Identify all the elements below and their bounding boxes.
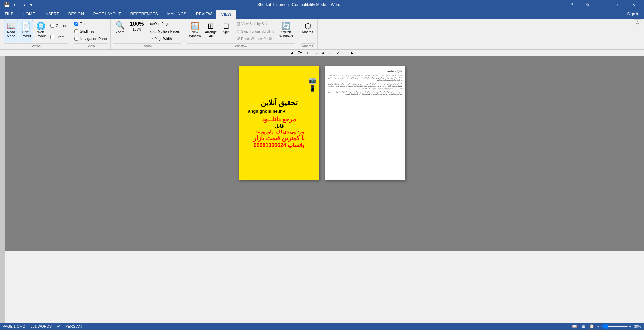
switch-windows-button[interactable]: 🔄 SwitchWindows xyxy=(278,20,295,42)
group-views-label: Views xyxy=(4,43,68,48)
split-icon: ⊟ xyxy=(223,22,229,30)
page2-para-3: شرکت تضامنی شرکتی است که دو یا چند نفر آ… xyxy=(328,91,402,95)
tab-page-layout[interactable]: PAGE LAYOUT xyxy=(89,9,126,19)
zoom-slider-container[interactable]: − + xyxy=(597,324,631,328)
read-mode-icon: 📖 xyxy=(7,22,16,30)
quick-access-toolbar[interactable]: 💾 ↩ ↪ ▾ xyxy=(3,1,34,8)
group-zoom-label: Zoom xyxy=(113,43,182,48)
zoom-in-icon[interactable]: + xyxy=(629,324,631,328)
page-num-5[interactable]: 5 xyxy=(313,51,318,55)
print-layout-button[interactable]: 📄 PrintLayout xyxy=(19,20,33,42)
multiple-pages-button[interactable]: ▭▭ Multiple Pages xyxy=(148,28,182,35)
zoom-out-icon[interactable]: − xyxy=(597,324,599,328)
group-zoom: 🔍 Zoom 100% 100% ▭ One Page ▭▭ Multiple … xyxy=(111,19,185,49)
page-nav-prev[interactable]: ◄ xyxy=(290,51,294,55)
group-show: Ruler Gridlines Navigation Pane Show xyxy=(71,19,111,49)
ad-icons: 📷 📱 xyxy=(309,76,316,92)
group-macros: ⬡ Macros Macros xyxy=(298,19,318,49)
outline-checkbox[interactable]: Outline xyxy=(50,23,68,29)
tab-review[interactable]: REVIEW xyxy=(191,9,216,19)
minimize-button[interactable]: ─ xyxy=(595,0,610,9)
page-width-icon: ↔ xyxy=(150,36,154,41)
ruler-checkbox[interactable]: Ruler xyxy=(74,21,108,27)
instagram-icon: 📷 xyxy=(309,76,316,84)
save-icon[interactable]: 💾 xyxy=(3,1,11,8)
read-view-button[interactable]: 📖 xyxy=(571,323,577,329)
new-window-button[interactable]: 🪟 NewWindow xyxy=(187,20,203,42)
customize-icon[interactable]: ▾ xyxy=(29,1,34,8)
page-num-2[interactable]: 2 xyxy=(335,51,340,55)
split-button[interactable]: ⊟ Split xyxy=(219,20,233,42)
left-margin-indicator xyxy=(0,56,5,251)
reset-window-button[interactable]: ↺ Reset Window Position xyxy=(235,35,277,42)
web-view-button[interactable]: 📋 xyxy=(589,323,595,329)
restore-button[interactable]: ⧉ xyxy=(580,0,595,9)
document-page-1: تحقیق آنلاین Tahghighonline.ir◄ مرجع دان… xyxy=(239,66,319,180)
group-macros-label: Macros xyxy=(301,43,315,48)
tab-mailings[interactable]: MAILINGS xyxy=(163,9,191,19)
maximize-button[interactable]: □ xyxy=(610,0,626,9)
help-icon[interactable]: ? xyxy=(564,0,580,9)
group-window: 🪟 NewWindow ⊞ ArrangeAll ⊟ Split ▥ View … xyxy=(184,19,298,49)
page-num-1[interactable]: 1 xyxy=(343,51,347,55)
ad-phone: 09981366624 واتساپ xyxy=(254,142,305,148)
ad-desc4: با کمترین قیمت بازار xyxy=(253,134,305,142)
page2-content: شرکت تضامنی شرکت تضامنی شرکتی است که تحت… xyxy=(325,66,405,180)
macros-button[interactable]: ⬡ Macros xyxy=(301,20,315,42)
group-views: 📖 ReadMode 📄 PrintLayout 🌐 WebLayout Out… xyxy=(1,19,71,49)
gridlines-checkbox[interactable]: Gridlines xyxy=(74,28,108,34)
page-nav-next[interactable]: ► xyxy=(350,51,354,55)
sync-scrolling-button[interactable]: ⇅ Synchronous Scrolling xyxy=(235,28,277,35)
close-button[interactable]: ✕ xyxy=(626,0,641,9)
draft-checkbox[interactable]: Draft xyxy=(50,34,68,40)
view-side-by-side-button[interactable]: ▥ View Side by Side xyxy=(235,20,277,27)
ribbon-collapse-button[interactable]: △ xyxy=(634,19,641,25)
multiple-pages-icon: ▭▭ xyxy=(150,29,157,34)
ad-title: تحقیق آنلاین xyxy=(261,99,298,107)
document-page-2: شرکت تضامنی شرکت تضامنی شرکتی است که تحت… xyxy=(325,66,405,180)
zoom-slider[interactable] xyxy=(601,326,628,327)
zoom-icon: 🔍 xyxy=(116,21,125,30)
page-width-button[interactable]: ↔ Page Width xyxy=(148,35,182,42)
page-num-4[interactable]: 4 xyxy=(321,51,325,55)
zoom-button[interactable]: 🔍 Zoom xyxy=(113,20,127,42)
tab-home[interactable]: HOME xyxy=(18,9,40,19)
page-nav-bar: ◄ 7▾ 6 5 4 3 2 1 ► xyxy=(0,50,644,56)
tab-insert[interactable]: INSERT xyxy=(40,9,64,19)
ad-url: Tahghighonline.ir◄ xyxy=(242,109,316,114)
one-page-icon: ▭ xyxy=(150,21,154,26)
tab-design[interactable]: DESIGN xyxy=(64,9,89,19)
word-count: 331 WORDS xyxy=(30,324,52,328)
read-mode-button[interactable]: 📖 ReadMode xyxy=(4,20,18,42)
page-num-3[interactable]: 3 xyxy=(328,51,333,55)
window-title: Sherkat-Tazomoni [Compatibility Mode] - … xyxy=(34,2,564,7)
document-area: تحقیق آنلاین Tahghighonline.ir◄ مرجع دان… xyxy=(0,56,644,251)
sign-in-button[interactable]: Sign in xyxy=(622,11,644,17)
tab-references[interactable]: REFERENCES xyxy=(126,9,163,19)
page-num-6[interactable]: 6 xyxy=(306,51,311,55)
zoom-level[interactable]: 30% xyxy=(634,324,641,328)
page-num-7[interactable]: 7▾ xyxy=(297,51,303,55)
page2-para-2: از نظر تاریخی این نوع شرکت سابقه طولانی … xyxy=(328,82,402,90)
print-layout-icon: 📄 xyxy=(21,22,31,30)
print-view-button[interactable]: ▦ xyxy=(580,323,586,329)
tab-view[interactable]: VIEW xyxy=(216,9,236,19)
zoom-100-button[interactable]: 100% 100% xyxy=(128,20,146,42)
nav-pane-checkbox[interactable]: Navigation Pane xyxy=(74,36,108,42)
undo-icon[interactable]: ↩ xyxy=(12,1,19,8)
proofing-icon: ✔ xyxy=(57,324,60,329)
macros-icon: ⬡ xyxy=(305,22,311,30)
one-page-button[interactable]: ▭ One Page xyxy=(148,20,182,27)
web-layout-button[interactable]: 🌐 WebLayout xyxy=(34,20,48,42)
window-controls[interactable]: ? ⧉ ─ □ ✕ xyxy=(564,0,641,9)
status-bar: PAGE 1 OF 2 331 WORDS ✔ PERSIAN 📖 ▦ 📋 − … xyxy=(0,323,644,330)
view-side-by-side-icon: ▥ xyxy=(237,21,240,26)
ad-desc1: مرجع دانلـــود xyxy=(262,116,296,123)
group-show-label: Show xyxy=(74,43,108,48)
tab-file[interactable]: FILE xyxy=(0,9,18,19)
switch-windows-icon: 🔄 xyxy=(282,22,291,30)
redo-icon[interactable]: ↪ xyxy=(20,1,27,8)
ad-desc2: فایل xyxy=(275,123,284,129)
ad-desc3: ورد-پی دی اف- پاورپوینت xyxy=(254,129,304,134)
arrange-all-button[interactable]: ⊞ ArrangeAll xyxy=(203,20,219,42)
